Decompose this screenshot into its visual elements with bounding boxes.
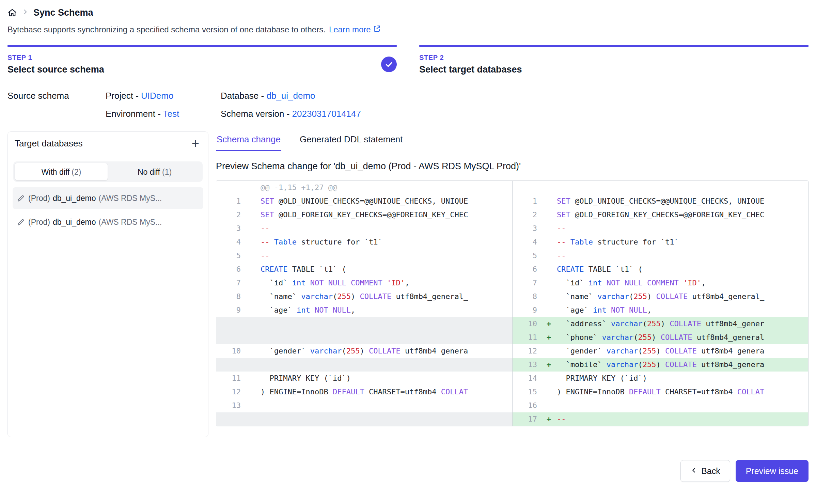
steps: STEP 1 Select source schema STEP 2 Selec… [7, 45, 809, 75]
tab-no-diff-label: No diff [138, 168, 160, 176]
diff-cell: 1SET @OLD_UNIQUE_CHECKS=@@UNIQUE_CHECKS,… [512, 194, 808, 208]
diff-cell [512, 181, 808, 194]
diff-cell: 10+ `address` varchar(255) COLLATE utf8m… [512, 317, 808, 331]
diff-cell: 7 `id` int NOT NULL COMMENT 'ID', [216, 276, 512, 290]
source-environment: Environment - Test [106, 109, 221, 119]
diff-cell: 13+ `mobile` varchar(255) COLLATE utf8mb… [512, 358, 808, 372]
diff-row: 10+ `address` varchar(255) COLLATE utf8m… [216, 317, 808, 331]
source-schema-label: Source schema [7, 91, 106, 101]
target-panel-header: Target databases + [8, 132, 208, 155]
content: Target databases + With diff(2) No diff(… [7, 131, 809, 437]
step-1-label: Select source schema [7, 64, 104, 75]
diff-cell [216, 317, 512, 331]
external-link-icon [373, 25, 381, 35]
target-panel-title: Target databases [15, 138, 82, 149]
db-item-name: db_ui_demo [53, 218, 96, 227]
back-button[interactable]: Back [680, 460, 730, 482]
breadcrumb: Sync Schema [7, 5, 809, 20]
diff-filter-tabs: With diff(2) No diff(1) [13, 161, 203, 182]
diff-row: 13+ `mobile` varchar(255) COLLATE utf8mb… [216, 358, 808, 372]
diff-row: @@ -1,15 +1,27 @@ [216, 181, 808, 194]
diff-cell: 8 `name` varchar(255) COLLATE utf8mb4_ge… [512, 290, 808, 303]
diff-cell: 11 PRIMARY KEY (`id`) [216, 372, 512, 385]
tab-with-diff-label: With diff [42, 168, 70, 176]
step-1-complete-check-icon [381, 57, 397, 72]
schema-change-area: Schema change Generated DDL statement Pr… [216, 131, 809, 437]
diff-cell: 17+-- [512, 412, 808, 426]
diff-row: 10 `gender` varchar(255) COLLATE utf8mb4… [216, 344, 808, 358]
step-1: STEP 1 Select source schema [7, 45, 397, 75]
diff-cell: 1SET @OLD_UNIQUE_CHECKS=@@UNIQUE_CHECKS,… [216, 194, 512, 208]
database-label: Database - [221, 91, 264, 101]
diff-row: 17+-- [216, 412, 808, 426]
db-item-suffix: (AWS RDS MyS... [99, 194, 162, 203]
target-db-list: (Prod) db_ui_demo (AWS RDS MyS... (Prod)… [8, 187, 208, 233]
diff-cell: 13 [216, 399, 512, 412]
db-engine-icon [17, 194, 26, 203]
diff-cell: 16 [512, 399, 808, 412]
diff-cell: 11+ `phone` varchar(255) COLLATE utf8mb4… [512, 331, 808, 344]
source-project: Project - UIDemo [106, 91, 221, 101]
diff-cell: 4-- Table structure for `t1` [512, 235, 808, 249]
diff-row: 11 PRIMARY KEY (`id`)14 PRIMARY KEY (`id… [216, 372, 808, 385]
add-target-database-button[interactable]: + [190, 138, 201, 149]
schema-diff-viewer[interactable]: @@ -1,15 +1,27 @@1SET @OLD_UNIQUE_CHECKS… [216, 180, 809, 426]
diff-cell: 9 `age` int NOT NULL, [216, 303, 512, 317]
diff-cell: 6CREATE TABLE `t1` ( [512, 263, 808, 276]
preview-issue-button[interactable]: Preview issue [736, 460, 809, 482]
home-icon[interactable] [7, 8, 17, 17]
diff-cell: 8 `name` varchar(255) COLLATE utf8mb4_ge… [216, 290, 512, 303]
learn-more-link[interactable]: Learn more [329, 25, 381, 35]
diff-row: 12) ENGINE=InnoDB DEFAULT CHARSET=utf8mb… [216, 385, 808, 399]
diff-cell: 2SET @OLD_FOREIGN_KEY_CHECKS=@@FOREIGN_K… [216, 208, 512, 222]
back-button-label: Back [701, 466, 720, 476]
diff-row: 6CREATE TABLE `t1` (6CREATE TABLE `t1` ( [216, 263, 808, 276]
diff-cell: 10 `gender` varchar(255) COLLATE utf8mb4… [216, 344, 512, 358]
step-2-progress-bar [419, 45, 809, 47]
diff-cell: 3-- [216, 222, 512, 235]
db-item-environment: (Prod) [28, 218, 50, 227]
tab-generated-ddl[interactable]: Generated DDL statement [299, 131, 404, 151]
diff-cell: 2SET @OLD_FOREIGN_KEY_CHECKS=@@FOREIGN_K… [512, 208, 808, 222]
environment-link[interactable]: Test [163, 109, 179, 119]
diff-cell: 9 `age` int NOT NULL, [512, 303, 808, 317]
footer: Back Preview issue [7, 451, 809, 482]
target-db-item[interactable]: (Prod) db_ui_demo (AWS RDS MyS... [13, 211, 203, 233]
source-database: Database - db_ui_demo [221, 91, 809, 101]
diff-row: 7 `id` int NOT NULL COMMENT 'ID',7 `id` … [216, 276, 808, 290]
diff-cell: 4-- Table structure for `t1` [216, 235, 512, 249]
tab-no-diff[interactable]: No diff(1) [108, 163, 201, 180]
schema-version-link[interactable]: 20230317014147 [292, 109, 361, 119]
step-1-eyebrow: STEP 1 [7, 54, 104, 62]
diff-row: 1316 [216, 399, 808, 412]
diff-row: 3--3-- [216, 222, 808, 235]
step-1-progress-bar [7, 45, 397, 47]
target-db-item[interactable]: (Prod) db_ui_demo (AWS RDS MyS... [13, 187, 203, 209]
diff-row: 1SET @OLD_UNIQUE_CHECKS=@@UNIQUE_CHECKS,… [216, 194, 808, 208]
preview-title: Preview Schema change for 'db_ui_demo (P… [216, 161, 809, 172]
diff-cell: 5-- [216, 249, 512, 263]
diff-row: 2SET @OLD_FOREIGN_KEY_CHECKS=@@FOREIGN_K… [216, 208, 808, 222]
diff-cell: 12 `gender` varchar(255) COLLATE utf8mb4… [512, 344, 808, 358]
environment-label: Environment - [106, 109, 161, 119]
diff-row: 8 `name` varchar(255) COLLATE utf8mb4_ge… [216, 290, 808, 303]
project-link[interactable]: UIDemo [141, 91, 173, 101]
tab-with-diff[interactable]: With diff(2) [15, 163, 108, 180]
db-item-environment: (Prod) [28, 194, 50, 203]
step-2-label: Select target databases [419, 64, 522, 75]
description-text: Bytebase supports synchronizing a specif… [7, 25, 326, 34]
diff-cell [216, 358, 512, 372]
diff-row: 5--5-- [216, 249, 808, 263]
diff-row: 4-- Table structure for `t1`4-- Table st… [216, 235, 808, 249]
diff-cell: 6CREATE TABLE `t1` ( [216, 263, 512, 276]
learn-more-label: Learn more [329, 25, 371, 34]
diff-cell: 5-- [512, 249, 808, 263]
tab-schema-change[interactable]: Schema change [216, 131, 281, 151]
schema-view-tabs: Schema change Generated DDL statement [216, 131, 809, 151]
breadcrumb-chevron-icon [22, 9, 29, 17]
database-link[interactable]: db_ui_demo [266, 91, 315, 101]
tab-with-diff-count: (2) [72, 168, 81, 176]
diff-cell: 14 PRIMARY KEY (`id`) [512, 372, 808, 385]
diff-rows: @@ -1,15 +1,27 @@1SET @OLD_UNIQUE_CHECKS… [216, 181, 808, 426]
diff-cell [216, 412, 512, 426]
